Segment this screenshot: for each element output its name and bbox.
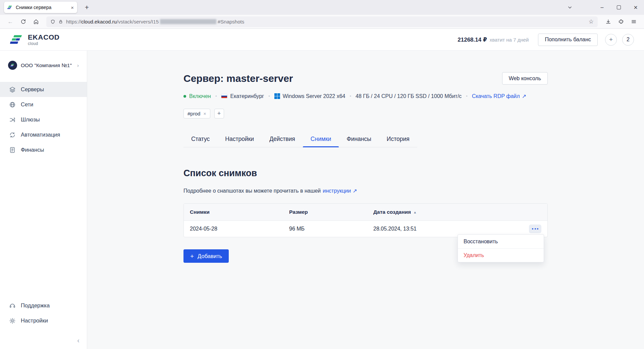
- ekacod-logo: EKACOD cloud: [10, 34, 60, 46]
- column-header-created[interactable]: Дата создания ▲: [373, 209, 521, 215]
- server-tags: #prod × +: [183, 109, 548, 118]
- company-name: ООО "Компания №1": [21, 62, 73, 68]
- tab-close-icon[interactable]: ×: [71, 5, 74, 10]
- server-page: Сервер: master-server Web консоль Включе…: [183, 51, 548, 263]
- tab-title: Снимки сервера: [16, 5, 68, 10]
- instructions-link[interactable]: инструкции ↗: [323, 188, 357, 194]
- add-resource-button[interactable]: +: [605, 34, 617, 46]
- tab-finance[interactable]: Финансы: [339, 131, 379, 147]
- snapshots-heading: Список снимков: [183, 168, 548, 179]
- settings-gear-icon: [9, 317, 16, 324]
- tag-chip-prod: #prod ×: [183, 109, 210, 118]
- url-path: /vstack/servers/I15: [117, 19, 159, 24]
- menu-icon[interactable]: [628, 16, 639, 27]
- topup-balance-button[interactable]: Пополнить баланс: [538, 34, 598, 46]
- server-status-row: Включен • Екатеринбург • Windows Server …: [183, 93, 548, 99]
- tab-actions[interactable]: Действия: [262, 131, 303, 147]
- browser-tab[interactable]: Снимки сервера ×: [4, 2, 77, 13]
- sidebar-item-networks[interactable]: Сети: [0, 97, 87, 112]
- url-bar[interactable]: https://cloud.ekacod.ru/vstack/servers/I…: [46, 16, 598, 27]
- external-link-icon: ↗: [353, 188, 357, 194]
- menu-item-delete[interactable]: Удалить: [458, 248, 544, 262]
- sidebar-nav: Серверы Сети Шлюзы Автоматизация: [0, 82, 87, 157]
- info-text: Подробнее о снапшотах вы можете прочитат…: [183, 188, 321, 194]
- sidebar-item-label: Настройки: [21, 317, 48, 324]
- ekacod-logo-icon: [10, 34, 24, 45]
- row-actions-button[interactable]: [529, 225, 541, 233]
- sort-ascending-icon: ▲: [413, 210, 417, 214]
- sidebar-collapse-button[interactable]: ‹: [77, 337, 79, 344]
- instructions-link-label: инструкции: [323, 188, 351, 194]
- tag-remove-icon[interactable]: ×: [203, 111, 206, 116]
- column-header-size: Размер: [289, 209, 373, 215]
- chevron-right-icon: ›: [77, 62, 79, 68]
- close-window-button[interactable]: ×: [627, 0, 644, 15]
- servers-icon: [9, 86, 16, 93]
- balance-amount: 21268.14 ₽: [458, 36, 487, 43]
- header-actions: 21268.14 ₽ хватит на 7 дней Пополнить ба…: [458, 34, 634, 46]
- power-status-label: Включен: [189, 93, 211, 99]
- notifications-badge[interactable]: 2: [622, 34, 634, 46]
- maximize-button[interactable]: [610, 0, 627, 15]
- page-title: Сервер: master-server: [183, 73, 293, 84]
- russia-flag-icon: [221, 94, 227, 98]
- brand-name: EKACOD: [28, 34, 60, 41]
- shield-icon[interactable]: [50, 19, 55, 24]
- server-os: Windows Server 2022 x64: [274, 93, 345, 99]
- extensions-icon[interactable]: [615, 16, 627, 27]
- sidebar-item-automation[interactable]: Автоматизация: [0, 127, 87, 142]
- reload-button[interactable]: [17, 16, 29, 27]
- sidebar-item-settings[interactable]: Настройки: [0, 313, 87, 328]
- tab-snapshots[interactable]: Снимки: [303, 131, 339, 147]
- url-scheme: https://: [66, 19, 81, 24]
- networks-icon: [9, 101, 16, 108]
- tag-label: #prod: [187, 111, 200, 116]
- company-selector[interactable]: ООО "Компания №1" ›: [0, 61, 87, 70]
- tab-settings[interactable]: Настройки: [217, 131, 262, 147]
- add-tag-button[interactable]: +: [214, 109, 224, 118]
- browser-toolbar: ← https://cloud.ekacod.ru/vstack/servers…: [0, 15, 644, 29]
- window-controls: – ×: [568, 0, 644, 15]
- balance-note: хватит на 7 дней: [490, 37, 529, 43]
- back-button[interactable]: ←: [5, 16, 16, 27]
- sidebar-item-finance[interactable]: Финансы: [0, 142, 87, 157]
- url-domain: cloud.ekacod.ru: [81, 19, 117, 24]
- status-dot-icon: [183, 95, 186, 98]
- sidebar-item-servers[interactable]: Серверы: [0, 82, 87, 97]
- snapshots-table: Снимки Размер Дата создания ▲ 2024-05-28…: [183, 203, 548, 237]
- list-tabs-chevron-icon[interactable]: [568, 5, 572, 10]
- server-tabs: Статус Настройки Действия Снимки Финансы…: [183, 131, 417, 147]
- company-avatar: [8, 61, 17, 70]
- new-tab-button[interactable]: +: [82, 3, 92, 11]
- brand-subtitle: cloud: [28, 41, 60, 46]
- minimize-button[interactable]: –: [594, 0, 610, 15]
- windows-logo-icon: [274, 93, 280, 99]
- location-label: Екатеринбург: [230, 93, 264, 99]
- sidebar: ООО "Компания №1" › Серверы Сети Шлюз: [0, 51, 87, 349]
- snapshot-name-cell: 2024-05-28: [190, 226, 289, 232]
- add-snapshot-label: Добавить: [198, 253, 222, 259]
- external-link-icon: ↗: [522, 93, 526, 99]
- browser-titlebar: Снимки сервера × + – ×: [0, 0, 644, 15]
- bookmark-star-icon[interactable]: ☆: [589, 18, 594, 25]
- download-icon[interactable]: [602, 16, 614, 27]
- sidebar-item-label: Серверы: [21, 86, 44, 93]
- download-rdp-link[interactable]: Скачать RDP файл ↗: [472, 93, 526, 99]
- home-button[interactable]: [30, 16, 42, 27]
- sidebar-item-support[interactable]: Поддержка: [0, 298, 87, 313]
- tab-history[interactable]: История: [379, 131, 417, 147]
- web-console-button[interactable]: Web консоль: [502, 72, 548, 85]
- site-favicon: [7, 5, 13, 10]
- os-label: Windows Server 2022 x64: [283, 93, 345, 99]
- lock-icon[interactable]: [58, 19, 63, 24]
- sidebar-item-gateways[interactable]: Шлюзы: [0, 112, 87, 127]
- app-body: ООО "Компания №1" › Серверы Сети Шлюз: [0, 51, 644, 349]
- tab-status[interactable]: Статус: [183, 131, 217, 147]
- maximize-icon: [617, 5, 621, 9]
- ellipsis-icon: [532, 228, 533, 230]
- menu-item-restore[interactable]: Восстановить: [458, 235, 544, 248]
- sidebar-footer: Поддержка Настройки: [0, 298, 87, 328]
- add-snapshot-button[interactable]: + Добавить: [183, 249, 229, 263]
- column-header-snapshots: Снимки: [190, 209, 289, 215]
- server-specs: 48 ГБ / 24 CPU / 120 ГБ SSD / 1000 Мбит/…: [356, 93, 462, 99]
